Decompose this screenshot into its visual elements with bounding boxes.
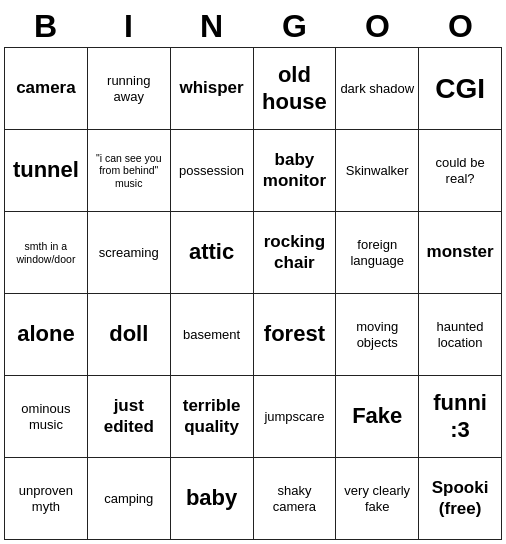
cell-r2-c3[interactable]: rocking chair: [254, 212, 337, 294]
cell-r4-c2[interactable]: terrible quality: [171, 376, 254, 458]
cell-r1-c0[interactable]: tunnel: [5, 130, 88, 212]
cell-r3-c1[interactable]: doll: [88, 294, 171, 376]
cell-r2-c2[interactable]: attic: [171, 212, 254, 294]
cell-r5-c2[interactable]: baby: [171, 458, 254, 540]
cell-r0-c0[interactable]: camera: [5, 48, 88, 130]
cell-r1-c5[interactable]: could be real?: [419, 130, 502, 212]
cell-r1-c3[interactable]: baby monitor: [254, 130, 337, 212]
cell-r0-c1[interactable]: running away: [88, 48, 171, 130]
cell-r3-c4[interactable]: moving objects: [336, 294, 419, 376]
letter-o2: O: [419, 8, 502, 45]
cell-r1-c4[interactable]: Skinwalker: [336, 130, 419, 212]
cell-r4-c4[interactable]: Fake: [336, 376, 419, 458]
cell-r5-c3[interactable]: shaky camera: [254, 458, 337, 540]
cell-r5-c1[interactable]: camping: [88, 458, 171, 540]
cell-r2-c0[interactable]: smth in a window/door: [5, 212, 88, 294]
cell-r5-c5[interactable]: Spooki (free): [419, 458, 502, 540]
bingo-header: B I N G O O: [4, 4, 502, 47]
cell-r2-c5[interactable]: monster: [419, 212, 502, 294]
cell-r3-c3[interactable]: forest: [254, 294, 337, 376]
cell-r0-c2[interactable]: whisper: [171, 48, 254, 130]
cell-r0-c4[interactable]: dark shadow: [336, 48, 419, 130]
cell-r4-c3[interactable]: jumpscare: [254, 376, 337, 458]
letter-i: I: [87, 8, 170, 45]
bingo-grid: camerarunning awaywhisperold housedark s…: [4, 47, 502, 540]
cell-r3-c5[interactable]: haunted location: [419, 294, 502, 376]
cell-r0-c5[interactable]: CGI: [419, 48, 502, 130]
letter-o1: O: [336, 8, 419, 45]
cell-r4-c0[interactable]: ominous music: [5, 376, 88, 458]
cell-r4-c1[interactable]: just edited: [88, 376, 171, 458]
cell-r5-c0[interactable]: unproven myth: [5, 458, 88, 540]
cell-r1-c1[interactable]: "i can see you from behind" music: [88, 130, 171, 212]
letter-g: G: [253, 8, 336, 45]
letter-n: N: [170, 8, 253, 45]
cell-r3-c2[interactable]: basement: [171, 294, 254, 376]
cell-r5-c4[interactable]: very clearly fake: [336, 458, 419, 540]
cell-r1-c2[interactable]: possession: [171, 130, 254, 212]
cell-r2-c4[interactable]: foreign language: [336, 212, 419, 294]
cell-r2-c1[interactable]: screaming: [88, 212, 171, 294]
letter-b: B: [4, 8, 87, 45]
cell-r0-c3[interactable]: old house: [254, 48, 337, 130]
cell-r4-c5[interactable]: funni :3: [419, 376, 502, 458]
cell-r3-c0[interactable]: alone: [5, 294, 88, 376]
